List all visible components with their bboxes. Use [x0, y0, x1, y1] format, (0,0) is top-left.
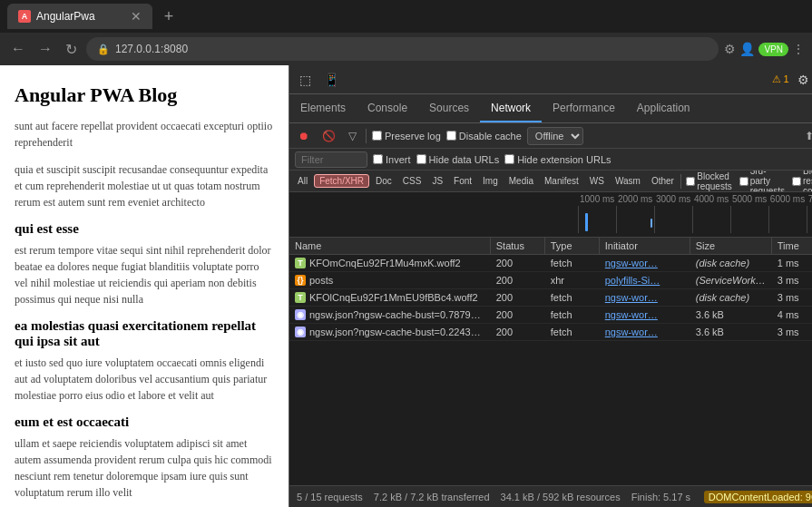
table-header: Name Status Type Initiator Size Time	[289, 238, 812, 255]
row-name-1: {} posts	[289, 272, 491, 288]
col-size: Size	[690, 238, 772, 254]
tab-performance[interactable]: Performance	[542, 94, 626, 122]
row-type-3: fetch	[545, 307, 600, 323]
row-status-3: 200	[491, 307, 545, 323]
filter-bar: Invert Hide data URLs Hide extension URL…	[289, 149, 812, 171]
hide-data-urls-checkbox[interactable]: Hide data URLs	[416, 154, 500, 165]
dom-badge: DOMContentLoaded: 96 ms	[704, 491, 812, 503]
inspect-icon[interactable]: ⬚	[295, 70, 316, 90]
col-initiator: Initiator	[600, 238, 690, 254]
timeline-labels: 1000 ms 2000 ms 3000 ms 4000 ms 5000 ms …	[289, 192, 812, 206]
address-bar[interactable]: 🔒 127.0.0.1:8080	[86, 37, 719, 61]
row-type-0: fetch	[545, 255, 600, 271]
table-row[interactable]: ◉ ngsw.json?ngsw-cache-bust=0.78792S... …	[289, 307, 812, 324]
row-type-2: fetch	[545, 289, 600, 306]
new-tab-btn[interactable]: +	[156, 4, 181, 29]
invert-checkbox[interactable]: Invert	[373, 154, 411, 165]
tab-title: AngularPwa	[36, 10, 95, 23]
tab-bar: A AngularPwa ✕ +	[0, 0, 812, 33]
tab-sources[interactable]: Sources	[418, 94, 480, 122]
type-manifest[interactable]: Manifest	[540, 175, 583, 187]
hide-ext-urls-checkbox[interactable]: Hide extension URLs	[504, 154, 611, 165]
tab-favicon: A	[18, 10, 31, 23]
filter-input[interactable]	[295, 151, 367, 168]
table-row[interactable]: {} posts 200 xhr polyfills-Si… (ServiceW…	[289, 272, 812, 289]
tab-console[interactable]: Console	[357, 94, 418, 122]
type-other[interactable]: Other	[647, 175, 679, 187]
tab-close-btn[interactable]: ✕	[131, 9, 142, 24]
vpn-badge: VPN	[758, 43, 788, 56]
section-text-2: ullam et saepe reiciendis voluptatem adi…	[15, 435, 274, 501]
type-js[interactable]: JS	[427, 175, 447, 187]
section-heading-0: qui est esse	[15, 221, 274, 237]
row-name-3: ◉ ngsw.json?ngsw-cache-bust=0.78792S...	[289, 307, 491, 323]
blocked-requests-cb[interactable]: Blocked requests	[686, 171, 731, 191]
throttle-select[interactable]: Offline	[527, 127, 583, 145]
profile-icon[interactable]: 👤	[739, 42, 755, 56]
filter-btn[interactable]: ▽	[345, 128, 360, 144]
tl-label-2: 2000 ms	[616, 194, 654, 204]
back-btn[interactable]: ←	[7, 37, 29, 61]
devtools-panel: ⬚ 📱 ⚠ 1 ⚙ ⋮ Elements Console Sources Net…	[289, 65, 812, 507]
intro-para-2: quia et suscipit suscipit recusandae con…	[15, 161, 274, 210]
separator-1	[366, 129, 367, 143]
row-icon-0: T	[295, 258, 306, 268]
upload-icon[interactable]: ⬆	[801, 128, 812, 144]
page-heading: Angular PWA Blog	[15, 83, 274, 107]
tl-label-3: 3000 ms	[654, 194, 692, 204]
third-party-cb[interactable]: 3rd-party requests	[739, 171, 785, 192]
table-row[interactable]: ◉ ngsw.json?ngsw-cache-bust=0.22434B... …	[289, 324, 812, 341]
row-time-3: 4 ms	[772, 307, 812, 323]
tab-application[interactable]: Application	[626, 94, 701, 122]
type-ws[interactable]: WS	[585, 175, 609, 187]
row-name-0: T KFOmCnqEu92Fr1Mu4mxK.woff2	[289, 255, 491, 271]
nav-bar: ← → ↻ 🔒 127.0.0.1:8080 ⚙ 👤 VPN ⋮	[0, 33, 812, 65]
device-icon[interactable]: 📱	[319, 70, 344, 90]
webpage-content: Angular PWA Blog sunt aut facere repella…	[0, 65, 289, 507]
row-status-4: 200	[491, 324, 545, 340]
type-font[interactable]: Font	[449, 175, 476, 187]
devtools-tabs: Elements Console Sources Network Perform…	[289, 94, 812, 123]
type-all[interactable]: All	[293, 175, 312, 187]
type-fetch-xhr[interactable]: Fetch/XHR	[314, 174, 369, 188]
timeline-area: 1000 ms 2000 ms 3000 ms 4000 ms 5000 ms …	[289, 192, 812, 238]
record-btn[interactable]: ⏺	[295, 128, 313, 144]
row-status-1: 200	[491, 272, 545, 288]
row-name-2: T KFOlCnqEu92Fr1MmEU9fBBc4.woff2	[289, 289, 491, 306]
tab-network[interactable]: Network	[480, 94, 542, 122]
row-status-0: 200	[491, 255, 545, 271]
row-size-2: (disk cache)	[690, 289, 772, 306]
row-initiator-2: ngsw-wor…	[600, 289, 690, 306]
requests-count: 5 / 15 requests	[297, 492, 363, 502]
menu-icon[interactable]: ⋮	[792, 42, 805, 56]
row-icon-3: ◉	[295, 309, 306, 320]
disable-cache-checkbox[interactable]: Disable cache	[446, 131, 522, 141]
row-initiator-1: polyfills-Si…	[600, 272, 690, 288]
clear-btn[interactable]: 🚫	[318, 128, 339, 144]
tab-elements[interactable]: Elements	[289, 94, 357, 122]
tl-label-5: 5000 ms	[730, 194, 768, 204]
row-time-2: 3 ms	[772, 289, 812, 306]
col-time: Time	[772, 238, 812, 254]
section-text-1: et iusto sed quo iure voluptatem occaeca…	[15, 355, 274, 404]
type-wasm[interactable]: Wasm	[611, 175, 645, 187]
active-tab[interactable]: A AngularPwa ✕	[7, 4, 152, 29]
type-media[interactable]: Media	[504, 175, 538, 187]
table-row[interactable]: T KFOmCnqEu92Fr1Mu4mxK.woff2 200 fetch n…	[289, 255, 812, 272]
type-filter-bar: All Fetch/XHR Doc CSS JS Font Img Media …	[289, 171, 812, 192]
type-css[interactable]: CSS	[398, 175, 426, 187]
section-text-0: est rerum tempore vitae sequi sint nihil…	[15, 242, 274, 307]
type-img[interactable]: Img	[478, 175, 503, 187]
tl-label-4: 4000 ms	[692, 194, 730, 204]
refresh-btn[interactable]: ↻	[62, 37, 81, 62]
row-type-4: fetch	[545, 324, 600, 340]
settings-icon[interactable]: ⚙	[793, 70, 812, 90]
network-table: Name Status Type Initiator Size Time T K…	[289, 238, 812, 485]
row-initiator-3: ngsw-wor…	[600, 307, 690, 323]
type-doc[interactable]: Doc	[371, 175, 396, 187]
table-row[interactable]: T KFOlCnqEu92Fr1MmEU9fBBc4.woff2 200 fet…	[289, 289, 812, 307]
blocked-cookies-cb[interactable]: Blocked response cookies	[792, 171, 812, 192]
preserve-log-checkbox[interactable]: Preserve log	[372, 131, 441, 141]
extensions-icon[interactable]: ⚙	[724, 42, 736, 56]
forward-btn[interactable]: →	[34, 37, 56, 61]
